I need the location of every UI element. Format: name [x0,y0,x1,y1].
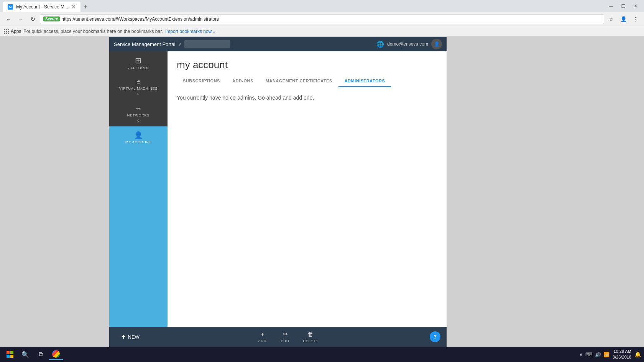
start-button[interactable] [3,347,17,361]
windows-logo-icon [7,351,13,358]
all-items-icon: ⊞ [135,57,142,64]
empty-message: You currently have no co-admins. Go ahea… [177,95,437,101]
virtual-machines-icon: 🖥 [135,79,142,85]
portal-dropdown-arrow[interactable]: ∨ [178,42,181,47]
maximize-button[interactable]: ❐ [618,1,629,11]
notification-button[interactable]: 🔔 [634,351,641,357]
sidebar-item-virtual-machines-label: VIRTUAL MACHINES [119,87,158,90]
sidebar-item-my-account-label: MY ACCOUNT [125,140,151,144]
virtual-machines-count: 0 [137,92,140,96]
menu-button[interactable]: ⋮ [630,14,641,25]
edit-label: EDIT [281,339,290,343]
left-background [0,37,109,347]
apps-label: Apps [11,29,21,34]
delete-button[interactable]: 🗑 DELETE [297,329,325,345]
tab-area: M My Account - Service M... ✕ + [3,0,91,12]
svg-rect-1 [10,351,13,354]
nav-right: ☆ 👤 ⋮ [606,14,641,25]
bookmarks-hint-text: For quick access, place your bookmarks h… [23,29,163,34]
navigation-bar: ← → ↻ Secure https://tenant.enseva.com/#… [0,12,644,26]
refresh-button[interactable]: ↻ [28,14,38,25]
user-avatar[interactable]: 👤 [431,39,442,49]
taskbar-clock[interactable]: 10:29 AM 3/26/2018 [613,349,631,360]
main-content: my account SUBSCRIPTIONS ADD-ONS MANAGEM… [168,51,447,327]
task-view-button[interactable]: ⧉ [34,347,48,361]
tab-administrators[interactable]: ADMINISTRATORS [338,75,391,87]
back-button[interactable]: ← [3,14,14,25]
secure-badge: Secure [43,16,60,21]
tab-subscriptions[interactable]: SUBSCRIPTIONS [177,75,226,87]
bookmark-button[interactable]: ☆ [606,14,616,25]
portal-body: ⊞ ALL ITEMS 🖥 VIRTUAL MACHINES 0 ↔ NETWO… [109,51,447,327]
tab-management-certificates[interactable]: MANAGEMENT CERTIFICATES [260,75,338,87]
keyboard-icon: ⌨ [585,352,593,357]
windows-taskbar: 🔍 ⧉ ∧ ⌨ 🔊 📶 10:29 AM 3/26/2018 🔔 [0,347,644,362]
delete-label: DELETE [303,339,319,343]
svg-rect-0 [7,351,10,354]
import-bookmarks-link[interactable]: Import bookmarks now... [165,29,215,34]
networks-icon: ↔ [135,105,142,112]
content-body: You currently have no co-admins. Go ahea… [168,87,447,327]
sidebar-item-networks-label: NETWORKS [127,113,150,117]
add-button[interactable]: + ADD [251,329,274,345]
tab-navigation: SUBSCRIPTIONS ADD-ONS MANAGEMENT CERTIFI… [177,75,437,87]
portal-app: Service Management Portal ∨ 🌐 demo@ensev… [109,37,447,347]
apps-button[interactable]: Apps [4,29,21,34]
tab-title: My Account - Service M... [16,4,68,10]
taskbar-search-button[interactable]: 🔍 [18,347,32,361]
help-button[interactable]: ? [430,331,440,342]
sidebar: ⊞ ALL ITEMS 🖥 VIRTUAL MACHINES 0 ↔ NETWO… [109,51,168,327]
sidebar-item-all-items-label: ALL ITEMS [128,66,149,70]
taskbar-chrome-button[interactable] [49,349,63,360]
taskbar-time-display: 10:29 AM [613,349,631,354]
chrome-icon [52,350,60,358]
address-bar[interactable]: Secure https://tenant.enseva.com/#/Works… [40,14,604,24]
bookmarks-bar: Apps For quick access, place your bookma… [0,26,644,37]
new-tab-button[interactable]: + [80,2,91,12]
new-button[interactable]: + NEW [115,333,146,341]
volume-icon[interactable]: 🔊 [595,352,601,357]
new-label: NEW [128,334,140,340]
sidebar-item-all-items[interactable]: ⊞ ALL ITEMS [109,51,168,74]
sidebar-item-virtual-machines[interactable]: 🖥 VIRTUAL MACHINES 0 [109,74,168,100]
delete-icon: 🗑 [307,331,314,338]
taskbar-date-display: 3/26/2018 [613,354,631,360]
window-controls: — ❐ ✕ [606,1,641,11]
globe-icon: 🌐 [376,41,384,48]
active-tab[interactable]: M My Account - Service M... ✕ [3,2,80,12]
portal-header: Service Management Portal ∨ 🌐 demo@ensev… [109,37,447,51]
browser-title-bar: M My Account - Service M... ✕ + — ❐ ✕ [0,0,644,12]
page-title: my account [177,59,437,71]
right-background [531,37,644,347]
user-email: demo@enseva.com [387,41,428,47]
user-profile-button[interactable]: 👤 [618,14,629,25]
system-tray-icons: ∧ ⌨ 🔊 📶 [579,352,610,357]
chevron-up-icon[interactable]: ∧ [579,352,583,357]
networks-count: 0 [137,119,140,123]
tab-close-button[interactable]: ✕ [71,4,76,10]
network-icon[interactable]: 📶 [603,352,610,357]
portal-header-right: 🌐 demo@enseva.com 👤 [376,39,442,49]
add-label: ADD [258,339,266,343]
minimize-button[interactable]: — [606,1,616,11]
close-button[interactable]: ✕ [630,1,641,11]
svg-rect-3 [10,355,13,358]
edit-button[interactable]: ✏ EDIT [274,328,297,345]
sidebar-item-networks[interactable]: ↔ NETWORKS 0 [109,100,168,126]
tab-favicon: M [8,4,13,10]
taskbar-right: ∧ ⌨ 🔊 📶 10:29 AM 3/26/2018 🔔 [579,349,641,360]
sidebar-bottom-filler [109,148,168,327]
edit-icon: ✏ [283,331,288,338]
forward-button[interactable]: → [15,14,26,25]
bottom-toolbar: + NEW + ADD ✏ EDIT 🗑 DELETE ? [109,327,447,347]
add-icon: + [261,331,264,338]
apps-grid-icon [4,29,9,34]
svg-rect-2 [7,355,10,358]
content-header: my account SUBSCRIPTIONS ADD-ONS MANAGEM… [168,51,447,87]
new-plus-icon: + [122,333,126,341]
my-account-icon: 👤 [134,132,143,139]
sidebar-item-my-account[interactable]: 👤 MY ACCOUNT [109,126,168,148]
portal-search-input[interactable] [184,40,230,48]
tab-addons[interactable]: ADD-ONS [226,75,260,87]
portal-title: Service Management Portal [114,41,175,47]
